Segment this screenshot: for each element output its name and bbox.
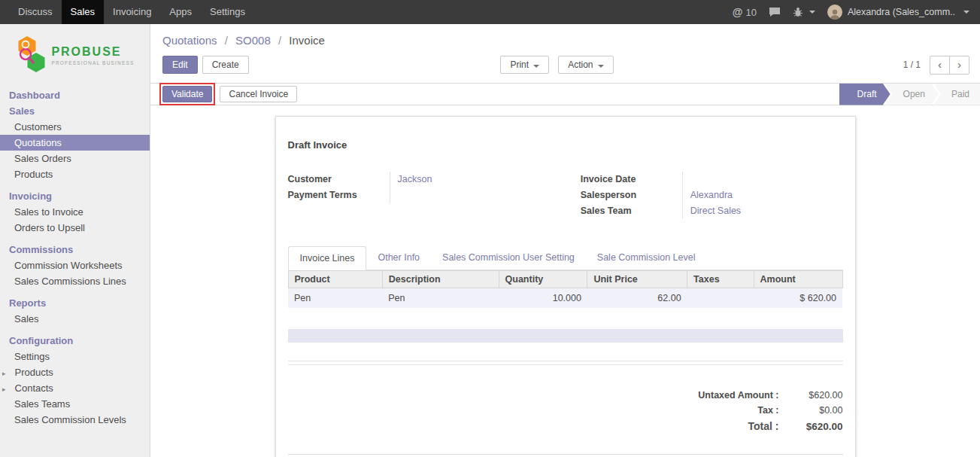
col-description[interactable]: Description [382,271,499,288]
table-header-row: Product Description Quantity Unit Price … [288,271,842,288]
menu-settings[interactable]: Settings [201,0,254,24]
customer-label: Customer [288,172,390,187]
menu-sales[interactable]: Sales [62,0,105,24]
pager-previous-button[interactable]: ‹ [930,56,950,75]
sales-team-value[interactable]: Direct Sales [682,203,821,219]
sidebar: PROBUSE PROFESSIONAL BUSINESS Dashboard … [0,24,150,457]
stage-draft[interactable]: Draft [839,84,890,105]
print-dropdown[interactable]: Print [500,56,549,74]
caret-down-icon [597,65,603,68]
empty-list-band [288,329,843,343]
statusbar: Validate Cancel Invoice Draft Open Paid [150,83,980,105]
sidebar-item-sales-teams[interactable]: Sales Teams [0,396,150,412]
menu-discuss[interactable]: Discuss [9,0,62,24]
sidebar-item-sales-to-invoice[interactable]: Sales to Invoice [0,204,150,220]
field-sales-team: Sales Team Direct Sales [581,203,821,219]
sheet-footer-divider [288,454,843,455]
status-pipeline: Draft Open Paid [839,84,980,105]
col-taxes[interactable]: Taxes [687,271,754,288]
separator-line [288,364,843,365]
pager: 1 / 1 ‹ › [903,56,969,75]
tab-sale-commission-level[interactable]: Sale Commission Level [586,246,707,270]
cell-quantity: 10.000 [499,288,587,309]
separator-line [288,361,843,361]
col-unit-price[interactable]: Unit Price [587,271,687,288]
sidebar-item-sales-commission-levels[interactable]: Sales Commission Levels [0,412,150,428]
payment-terms-value[interactable] [390,187,528,203]
table-row[interactable]: Pen Pen 10.000 62.00 $ 620.00 [288,288,842,309]
user-name: Alexandra (Sales_comm.. [848,7,955,17]
create-button[interactable]: Create [202,56,249,74]
sidebar-item-sales-orders[interactable]: Sales Orders [0,151,150,166]
tax-label: Tax : [757,405,778,416]
sidebar-heading-dashboard[interactable]: Dashboard [0,87,150,103]
caret-down-icon [809,11,815,14]
tab-other-info[interactable]: Other Info [366,246,431,270]
action-buttons: Print Action [500,56,613,74]
sidebar-item-config-contacts[interactable]: ▸Contacts [0,380,150,396]
sidebar-item-customers[interactable]: Customers [0,119,150,135]
logo-subtitle: PROFESSIONAL BUSINESS [51,60,134,66]
annotation-highlight: Validate [159,83,215,105]
pager-next-button[interactable]: › [949,56,969,75]
tab-invoice-lines[interactable]: Invoice Lines [288,246,367,270]
menu-apps[interactable]: Apps [160,0,201,24]
sidebar-heading-sales[interactable]: Sales [0,103,150,119]
tab-sales-commission-user-setting[interactable]: Sales Commission User Setting [431,246,586,270]
sidebar-item-products[interactable]: Products [0,166,150,182]
untaxed-amount-value: $620.00 [779,390,843,401]
field-customer: Customer Jackson [288,172,528,187]
sidebar-item-config-settings[interactable]: Settings [0,349,150,364]
salesperson-value[interactable]: Alexandra [682,187,821,203]
customer-value[interactable]: Jackson [390,172,528,187]
tax-value: $0.00 [779,405,843,416]
sidebar-item-label: Products [15,367,53,378]
sidebar-item-orders-to-upsell[interactable]: Orders to Upsell [0,220,150,236]
sidebar-item-config-products[interactable]: ▸Products [0,364,150,380]
edit-button[interactable]: Edit [162,56,198,74]
sidebar-heading-commissions[interactable]: Commissions [0,242,150,257]
menu-invoicing[interactable]: Invoicing [104,0,160,24]
logo-text: PROBUSE [51,45,134,59]
invoice-date-value[interactable] [682,172,821,187]
sidebar-item-quotations[interactable]: Quotations [0,135,150,151]
cell-unit-price: 62.00 [587,288,687,309]
app-menus: Discuss Sales Invoicing Apps Settings [9,0,254,24]
messages-count: 10 [745,7,756,18]
chat-icon[interactable] [769,7,781,17]
total-value: $620.00 [779,421,843,432]
messages-indicator[interactable]: @ 10 [733,6,757,18]
sidebar-item-commission-worksheets[interactable]: Commission Worksheets [0,257,150,273]
col-amount[interactable]: Amount [754,271,842,288]
sidebar-item-sales-commissions-lines[interactable]: Sales Commissions Lines [0,273,150,289]
expand-icon[interactable]: ▸ [2,370,6,377]
sidebar-heading-invoicing[interactable]: Invoicing [0,188,150,204]
untaxed-amount-row: Untaxed Amount : $620.00 [617,388,843,403]
validate-button[interactable]: Validate [162,86,212,102]
expand-icon[interactable]: ▸ [2,385,6,393]
col-product[interactable]: Product [288,271,382,288]
topbar-systray: @ 10 Alexandra (Sales_comm.. [733,5,980,20]
app-window: Discuss Sales Invoicing Apps Settings @ … [0,0,980,457]
invoice-sheet: Draft Invoice Customer Jackson Payment T… [275,116,856,457]
breadcrumb-so008[interactable]: SO008 [235,34,271,47]
breadcrumb-quotations[interactable]: Quotations [162,34,217,47]
field-column-right: Invoice Date Salesperson Alexandra Sales… [581,172,821,219]
sidebar-heading-reports[interactable]: Reports [0,295,150,311]
sales-team-label: Sales Team [581,203,682,219]
avatar [827,5,842,20]
stage-paid[interactable]: Paid [933,84,980,105]
action-dropdown[interactable]: Action [558,56,613,74]
invoice-date-label: Invoice Date [581,172,682,187]
breadcrumb: Quotations / SO008 / Invoice [150,24,980,47]
sidebar-item-reports-sales[interactable]: Sales [0,311,150,327]
stage-open[interactable]: Open [885,84,939,105]
at-icon: @ [733,6,743,18]
debug-icon[interactable] [793,7,815,17]
cancel-invoice-button[interactable]: Cancel Invoice [220,86,297,102]
sidebar-heading-configuration[interactable]: Configuration [0,333,150,349]
notebook-tabs: Invoice Lines Other Info Sales Commissio… [288,246,843,270]
main-content: Quotations / SO008 / Invoice Edit Create… [150,24,980,457]
col-quantity[interactable]: Quantity [499,271,587,288]
user-menu[interactable]: Alexandra (Sales_comm.. [827,5,969,20]
